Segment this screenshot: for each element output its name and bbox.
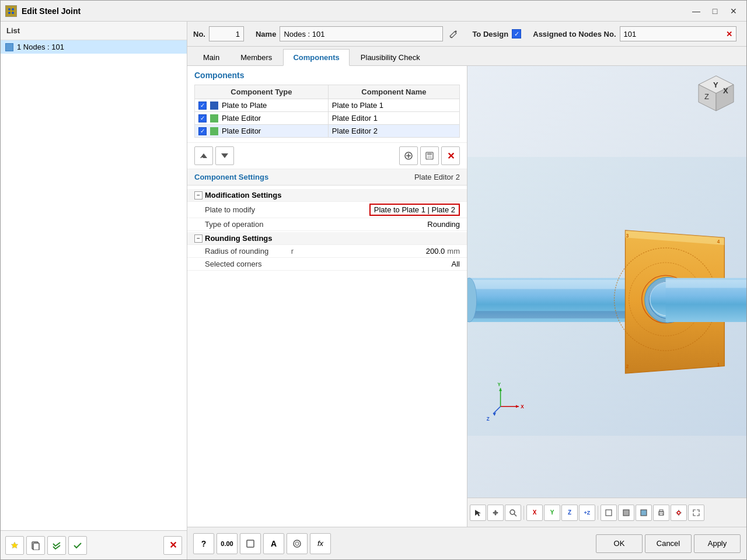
move-up-button[interactable] (194, 146, 213, 165)
tab-members[interactable]: Members (231, 49, 282, 65)
col-type-header: Component Type (195, 85, 329, 99)
svg-text:3: 3 (626, 233, 629, 239)
numeric-format-button[interactable]: 0.00 (217, 533, 238, 554)
vt-expand-button[interactable] (688, 505, 704, 521)
apply-button[interactable]: Apply (694, 534, 741, 553)
tab-main[interactable]: Main (193, 49, 229, 65)
move-down-button[interactable] (215, 146, 234, 165)
svg-text:1: 1 (717, 362, 720, 368)
table-row[interactable]: ✓ Plate Editor Plate Editor 2 (195, 125, 460, 138)
check-button[interactable] (68, 536, 87, 555)
vt-settings-button[interactable] (671, 505, 687, 521)
vt-render-button[interactable] (636, 505, 652, 521)
remove-node-button[interactable]: ✕ (726, 30, 732, 38)
svg-marker-5 (11, 542, 18, 548)
delete-item-button[interactable]: ✕ (163, 536, 182, 555)
delete-component-button[interactable]: ✕ (441, 146, 460, 165)
vt-x-axis-button[interactable]: X (526, 505, 543, 521)
corners-value-cell: All (298, 260, 460, 268)
display-button[interactable] (287, 533, 308, 554)
edit-name-button[interactable] (446, 27, 460, 41)
vt-y-axis-button[interactable]: Y (544, 505, 560, 521)
save-component-button[interactable] (420, 146, 439, 165)
rounding-settings-section: − Rounding Settings Radius of rounding r… (187, 232, 467, 271)
3d-viewport[interactable]: Y X Z (467, 66, 746, 527)
view-button[interactable] (240, 533, 261, 554)
title-bar: Edit Steel Joint — □ ✕ (1, 1, 746, 22)
check-all-button[interactable] (47, 536, 66, 555)
vt-wireframe-button[interactable] (601, 505, 617, 521)
joint-list: 1 Nodes : 101 (1, 40, 187, 530)
assigned-nodes-group: Assigned to Nodes No. 101 ✕ (533, 26, 736, 41)
svg-point-69 (295, 542, 299, 545)
svg-rect-17 (428, 156, 431, 159)
components-section: Components Component Type Component Name (187, 66, 467, 142)
tab-components[interactable]: Components (283, 49, 349, 66)
vt-print-button[interactable] (653, 505, 669, 521)
item-color-swatch (5, 43, 13, 51)
selected-corners-row: Selected corners All (187, 258, 467, 271)
comp-color-1 (210, 102, 218, 110)
vt-z-axis-button[interactable]: Z (561, 505, 578, 521)
tab-plausibility[interactable]: Plausibility Check (351, 49, 430, 65)
svg-marker-56 (475, 510, 481, 516)
comp-settings-title: Component Settings (194, 173, 268, 181)
minimize-button[interactable]: — (688, 4, 704, 18)
collapse-modification-button[interactable]: − (194, 191, 203, 200)
type-of-operation-row: Type of operation Rounding (187, 218, 467, 231)
collapse-rounding-button[interactable]: − (194, 235, 203, 243)
no-label: No. (193, 30, 205, 38)
svg-rect-3 (8, 12, 11, 14)
close-button[interactable]: ✕ (725, 4, 742, 18)
no-input[interactable]: 1 (209, 26, 244, 41)
list-item[interactable]: 1 Nodes : 101 (1, 40, 187, 54)
svg-marker-9 (200, 153, 207, 158)
viewport-toolbar: X Y Z +Z (467, 498, 746, 527)
modification-settings-section: − Modification Settings Plate to modify … (187, 189, 467, 231)
comp-name-1: Plate to Plate 1 (328, 99, 459, 112)
content-area: Components Component Type Component Name (187, 66, 746, 527)
cancel-button[interactable]: Cancel (645, 534, 692, 553)
plate-to-modify-value[interactable]: Plate to Plate 1 | Plate 2 (369, 204, 460, 216)
svg-rect-16 (427, 152, 432, 155)
right-panel: No. 1 Name Nodes : 101 To Design (187, 22, 746, 559)
radius-key: r (287, 247, 298, 256)
comp-name-2: Plate Editor 1 (328, 112, 459, 125)
formula-button[interactable]: fx (310, 533, 331, 554)
table-row[interactable]: ✓ Plate to Plate Plate to Plate 1 (195, 99, 460, 112)
comp-checkbox-1[interactable]: ✓ (198, 102, 207, 110)
maximize-button[interactable]: □ (707, 4, 723, 18)
add-star-button[interactable] (5, 536, 24, 555)
to-design-checkbox[interactable]: ✓ (512, 29, 521, 38)
main-area: List 1 Nodes : 101 (1, 22, 746, 559)
text-button[interactable]: A (263, 533, 284, 554)
vt-z2-axis-button[interactable]: +Z (579, 505, 595, 521)
svg-text:X: X (521, 404, 524, 410)
copy-button[interactable] (26, 536, 45, 555)
add-component-button[interactable] (399, 146, 418, 165)
top-fields: No. 1 Name Nodes : 101 To Design (187, 22, 746, 47)
comp-settings-header: Component Settings Plate Editor 2 (187, 169, 467, 186)
name-label: Name (256, 30, 276, 38)
vt-solid-button[interactable] (618, 505, 634, 521)
svg-point-66 (678, 511, 680, 514)
svg-text:Z: Z (487, 416, 490, 422)
name-input[interactable]: Nodes : 101 (280, 26, 443, 41)
svg-text:2: 2 (626, 364, 629, 369)
comp-checkbox-3[interactable]: ✓ (198, 127, 207, 135)
svg-line-59 (514, 514, 516, 516)
ok-button[interactable]: OK (596, 534, 643, 553)
table-row[interactable]: ✓ Plate Editor Plate Editor 1 (195, 112, 460, 125)
tabs-row: Main Members Components Plausibility Che… (187, 47, 746, 66)
radius-unit: mm (447, 247, 460, 256)
window-controls: — □ ✕ (688, 4, 742, 18)
to-design-group: To Design ✓ (472, 29, 521, 38)
comp-color-3 (210, 127, 218, 135)
help-button[interactable]: ? (193, 533, 214, 554)
assigned-input[interactable]: 101 ✕ (620, 26, 736, 41)
comp-checkbox-2[interactable]: ✓ (198, 114, 207, 123)
vt-move-button[interactable] (487, 505, 504, 521)
comp-type-cell: ✓ Plate Editor (198, 114, 324, 123)
vt-select-button[interactable] (470, 505, 486, 521)
vt-zoom-button[interactable] (505, 505, 521, 521)
